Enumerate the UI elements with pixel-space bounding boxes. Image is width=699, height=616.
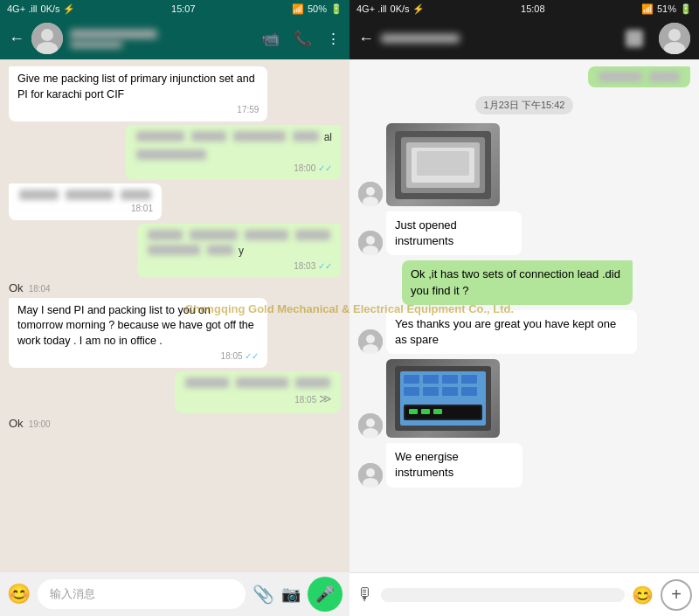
left-input-bar: 😊 输入消息 📎 📷 🎤 (0, 572, 350, 616)
data-speed: 0K/s ⚡ (41, 3, 75, 15)
voice-button[interactable]: 🎙 (356, 585, 374, 605)
add-button[interactable]: + (661, 579, 692, 611)
blurred-text (295, 377, 330, 388)
image-message-row-2 (358, 359, 500, 438)
blurred-text (136, 149, 206, 160)
video-call-icon[interactable]: 📹 (261, 30, 280, 48)
blurred-text (121, 190, 151, 200)
message-time: 19:00 (29, 419, 51, 429)
message-time: 18:05 ✓✓ (17, 350, 259, 363)
wifi-icon: 📶 (641, 3, 654, 15)
left-status-bar: 4G+ .ill 0K/s ⚡ 15:07 📶 50% 🔋 (0, 0, 350, 17)
blurred-text (66, 190, 114, 200)
svg-point-1 (41, 29, 53, 41)
message-bubble: May I send PI and packing list to you on… (9, 298, 267, 369)
message-bubble: Give me packing list of primary injuncti… (9, 66, 267, 121)
ok-message-2: Ok 19:00 (9, 417, 51, 430)
svg-point-21 (366, 419, 375, 427)
sender-avatar (358, 413, 383, 438)
blurred-text (190, 230, 238, 240)
svg-point-7 (366, 187, 375, 196)
sender-avatar (358, 329, 383, 354)
emoji-button[interactable]: 😊 (7, 583, 31, 606)
contact-avatar-right (659, 23, 690, 54)
svg-point-4 (668, 29, 681, 41)
camera-button[interactable]: 📷 (281, 585, 301, 604)
message-bubble: Ok ,it has two sets of connection lead .… (402, 260, 633, 304)
left-status-left: 4G+ .ill 0K/s ⚡ (7, 3, 75, 15)
svg-point-18 (366, 335, 375, 343)
blurred-text (599, 72, 642, 82)
message-time: 18:05 ≫ (183, 391, 332, 408)
blurred-text (236, 377, 288, 388)
right-messages-area: 1月23日 下午15:42 (350, 59, 699, 572)
emoji-button-right[interactable]: 😊 (632, 585, 654, 606)
back-button[interactable]: ← (9, 30, 24, 48)
right-status-right: 📶 51% 🔋 (641, 3, 692, 15)
svg-rect-28 (461, 375, 477, 384)
mic-button[interactable]: 🎤 (308, 577, 343, 612)
right-input-bar: 🎙 😊 + (350, 572, 699, 616)
sender-avatar (358, 182, 383, 206)
battery-text: 50% (308, 3, 327, 14)
right-chat-panel: 4G+ .ill 0K/s ⚡ 15:08 📶 51% 🔋 ← (350, 0, 699, 616)
right-message-input[interactable] (381, 588, 625, 602)
wifi-icon: 📶 (292, 3, 304, 15)
message-bubble: We energise instruments (386, 443, 523, 487)
blurred-text (233, 131, 286, 142)
blurred-text (148, 230, 183, 240)
right-status-left: 4G+ .ill 0K/s ⚡ (356, 3, 425, 15)
attach-button[interactable]: 📎 (253, 584, 274, 605)
sender-avatar (358, 463, 383, 488)
message-bubble: Just opened instruments (386, 211, 522, 255)
message-input[interactable]: 输入消息 (38, 579, 246, 609)
battery-icon: 🔋 (680, 3, 692, 15)
ok-message: Ok 18:04 (9, 281, 51, 294)
blurred-text (293, 131, 319, 142)
more-options-icon[interactable]: ⋮ (326, 30, 341, 48)
right-status-bar: 4G+ .ill 0K/s ⚡ 15:08 📶 51% 🔋 (350, 0, 699, 17)
svg-rect-25 (404, 375, 419, 384)
header-icons-group: 📹 📞 ⋮ (261, 30, 341, 48)
svg-point-15 (366, 236, 375, 245)
blurred-text (649, 72, 680, 82)
left-chat-panel: 4G+ .ill 0K/s ⚡ 15:07 📶 50% 🔋 ← 📹 📞 ⋮ (0, 0, 350, 616)
message-time: 18:04 (29, 284, 51, 294)
image-message-row (358, 123, 500, 206)
contact-avatar (31, 23, 63, 54)
mic-icon: 🎤 (315, 585, 335, 604)
svg-point-39 (366, 468, 375, 477)
message-bubble (588, 66, 690, 87)
message-bubble: 18:05 ≫ (175, 371, 341, 413)
blurred-text (19, 190, 59, 200)
message-text: May I send PI and packing list to you on… (17, 304, 254, 347)
yes-thanks-message-row: Yes thanks you are great you have kept o… (358, 310, 672, 354)
message-time: 18:03 ✓✓ (146, 260, 332, 273)
blurred-text (295, 230, 330, 240)
blurred-text (148, 245, 200, 255)
message-bubble: al 18:00 ✓✓ (126, 125, 341, 180)
date-badge: 1月23日 下午15:42 (475, 96, 574, 114)
blurred-text (136, 131, 184, 142)
equipment-image-2 (386, 359, 500, 438)
equipment-image-1 (386, 123, 500, 206)
svg-rect-31 (442, 387, 458, 396)
signal-text: 4G+ .ill (356, 3, 387, 14)
svg-rect-30 (423, 387, 439, 396)
message-time: 17:59 (17, 104, 259, 116)
message-text: Ok (9, 417, 24, 430)
just-opened-message-row: Just opened instruments (358, 211, 528, 255)
phone-icon-blurred (626, 30, 643, 47)
outgoing-message-row: Ok ,it has two sets of connection lead .… (402, 260, 690, 304)
back-button[interactable]: ← (358, 30, 374, 48)
sender-avatar (358, 231, 383, 255)
left-messages-area: Give me packing list of primary injuncti… (0, 59, 350, 572)
message-bubble: 18:01 (9, 183, 162, 220)
message-bubble: Yes thanks you are great you have kept o… (386, 310, 637, 354)
svg-rect-37 (433, 409, 442, 414)
phone-call-icon[interactable]: 📞 (294, 30, 312, 48)
left-status-right: 📶 50% 🔋 (292, 3, 343, 15)
contact-name-blurred (70, 30, 254, 48)
svg-rect-13 (417, 151, 469, 176)
message-text: Give me packing list of primary injuncti… (17, 73, 255, 100)
